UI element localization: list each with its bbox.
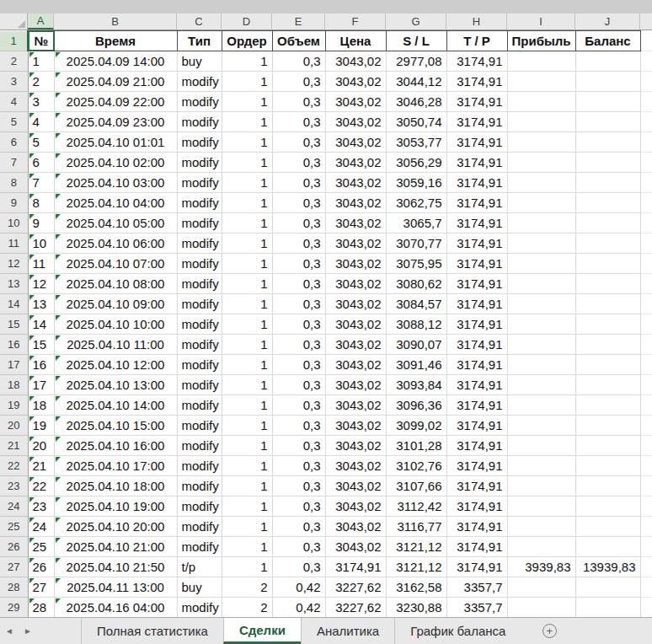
cell-E6[interactable]: 0,3 [272,132,325,153]
cell-F23[interactable]: 3043,02 [325,476,386,496]
cell-C12[interactable]: modify [177,254,222,274]
cell-I1[interactable]: Прибыль [507,31,575,51]
cell-D16[interactable]: 1 [222,335,272,355]
cell-G27[interactable]: 3121,12 [386,557,446,577]
cell-J20[interactable] [575,416,640,436]
cell-E14[interactable]: 0,3 [272,294,325,314]
cell-A23[interactable]: 22 [28,476,54,496]
cell-G11[interactable]: 3070,77 [386,233,446,254]
cell-H26[interactable]: 3174,91 [446,537,507,557]
cell-J15[interactable] [575,314,640,335]
cell-J23[interactable] [575,476,640,496]
column-header-H[interactable]: H [446,13,507,30]
cell-F2[interactable]: 3043,02 [325,51,386,72]
cell-H17[interactable]: 3174,91 [446,355,507,375]
cell-J29[interactable] [575,598,640,618]
row-header-18[interactable]: 18 [0,375,28,395]
cell-A29[interactable]: 28 [28,598,54,618]
column-header-J[interactable]: J [575,13,640,30]
cell-B9[interactable]: 2025.04.10 04:00 [54,193,177,213]
cell-B24[interactable]: 2025.04.10 19:00 [54,496,177,517]
cell-F9[interactable]: 3043,02 [325,193,386,213]
cell-G22[interactable]: 3102,76 [386,456,446,476]
cell-I17[interactable] [507,355,575,375]
cell-E22[interactable]: 0,3 [272,456,325,476]
cell-A5[interactable]: 4 [28,112,54,132]
sheet-tab-analytics[interactable]: Аналитика [301,618,394,644]
cell-A20[interactable]: 19 [28,416,54,436]
cell-D3[interactable]: 1 [222,72,272,92]
cell-B26[interactable]: 2025.04.10 21:00 [54,537,177,557]
cell-C3[interactable]: modify [177,72,222,92]
cell-E26[interactable]: 0,3 [272,537,325,557]
cell-D7[interactable]: 1 [222,153,272,173]
cell-A21[interactable]: 20 [28,436,54,456]
cell-I18[interactable] [507,375,575,395]
cell-F4[interactable]: 3043,02 [325,92,386,112]
cell-I28[interactable] [507,577,575,598]
cell-F11[interactable]: 3043,02 [325,233,386,254]
cell-B19[interactable]: 2025.04.10 14:00 [54,395,177,416]
cell-F15[interactable]: 3043,02 [325,314,386,335]
row-header-17[interactable]: 17 [0,355,28,375]
cell-C13[interactable]: modify [177,274,222,294]
cell-D13[interactable]: 1 [222,274,272,294]
cell-H22[interactable]: 3174,91 [446,456,507,476]
cell-A9[interactable]: 8 [28,193,54,213]
cell-G24[interactable]: 3112,42 [386,496,446,517]
column-header-I[interactable]: I [507,13,575,30]
cell-B7[interactable]: 2025.04.10 02:00 [54,153,177,173]
cell-B4[interactable]: 2025.04.09 22:00 [54,92,177,112]
cell-D6[interactable]: 1 [222,132,272,153]
cell-I15[interactable] [507,314,575,335]
cell-F21[interactable]: 3043,02 [325,436,386,456]
cell-F25[interactable]: 3043,02 [325,517,386,537]
cell-G18[interactable]: 3093,84 [386,375,446,395]
cell-J9[interactable] [575,193,640,213]
cell-B23[interactable]: 2025.04.10 18:00 [54,476,177,496]
row-header-23[interactable]: 23 [0,476,28,496]
cell-E13[interactable]: 0,3 [272,274,325,294]
cell-C17[interactable]: modify [177,355,222,375]
cell-B6[interactable]: 2025.04.10 01:01 [54,132,177,153]
cell-D11[interactable]: 1 [222,233,272,254]
cell-G19[interactable]: 3096,36 [386,395,446,416]
row-header-12[interactable]: 12 [0,254,28,274]
cell-I25[interactable] [507,517,575,537]
cell-B18[interactable]: 2025.04.10 13:00 [54,375,177,395]
cell-G26[interactable]: 3121,12 [386,537,446,557]
cell-H2[interactable]: 3174,91 [446,51,507,72]
cell-H8[interactable]: 3174,91 [446,173,507,193]
cell-I23[interactable] [507,476,575,496]
cell-J22[interactable] [575,456,640,476]
cell-F17[interactable]: 3043,02 [325,355,386,375]
cell-D19[interactable]: 1 [222,395,272,416]
cell-E19[interactable]: 0,3 [272,395,325,416]
cell-A18[interactable]: 17 [28,375,54,395]
cell-H7[interactable]: 3174,91 [446,153,507,173]
row-header-7[interactable]: 7 [0,153,28,173]
row-header-20[interactable]: 20 [0,416,28,436]
cell-A24[interactable]: 23 [28,496,54,517]
cell-I12[interactable] [507,254,575,274]
cell-D27[interactable]: 1 [222,557,272,577]
select-all-button[interactable] [0,13,28,30]
cell-J4[interactable] [575,92,640,112]
cell-D28[interactable]: 2 [222,577,272,598]
cell-C11[interactable]: modify [177,233,222,254]
cell-H12[interactable]: 3174,91 [446,254,507,274]
cell-G3[interactable]: 3044,12 [386,72,446,92]
cell-H21[interactable]: 3174,91 [446,436,507,456]
cell-J14[interactable] [575,294,640,314]
cell-C19[interactable]: modify [177,395,222,416]
tab-scroll-left-button[interactable]: ◄ [0,618,19,644]
row-header-27[interactable]: 27 [0,557,28,577]
cell-A8[interactable]: 7 [28,173,54,193]
column-header-G[interactable]: G [386,13,446,30]
cell-G14[interactable]: 3084,57 [386,294,446,314]
cell-E7[interactable]: 0,3 [272,153,325,173]
cell-H9[interactable]: 3174,91 [446,193,507,213]
row-header-25[interactable]: 25 [0,517,28,537]
cell-D14[interactable]: 1 [222,294,272,314]
cell-F14[interactable]: 3043,02 [325,294,386,314]
